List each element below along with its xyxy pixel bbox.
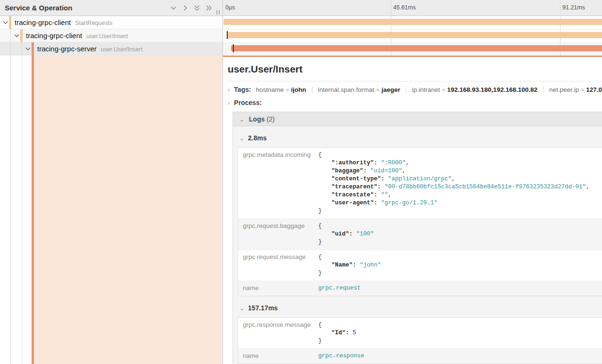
tags-accordion[interactable]: ›Tags:hostname=ijohninternal.span.format… <box>228 85 602 94</box>
tag-separator <box>543 86 544 93</box>
chevron-down-icon[interactable] <box>14 34 19 38</box>
operation-name: user.User/Insert <box>86 33 128 40</box>
tag-equals: = <box>374 87 381 93</box>
expand-one-icon[interactable] <box>182 5 189 11</box>
log-field-key: grpc.request.message <box>238 253 318 277</box>
service-name: tracing-grpc-serveruser.User/Insert <box>37 42 142 56</box>
log-field-row: grpc.response.message{"Id": 5} <box>238 318 602 348</box>
timeline-tick-label: 45.61ms <box>393 4 416 11</box>
panel-resize-grip[interactable] <box>216 10 220 15</box>
log-field-key: grpc.request.baggage <box>238 222 318 246</box>
log-field-value: {":authority": ":8000","baggage": "uid=1… <box>318 151 590 215</box>
log-field-value: {"uid": "100"} <box>318 222 374 246</box>
service-name-text: tracing-grpc-client <box>26 32 82 40</box>
tag-value: 192.168.93.180,192.168.100.82 <box>447 86 537 93</box>
span-detail-panel: user.User/Insert ›Tags:hostname=ijohnint… <box>223 57 602 364</box>
span-bar[interactable] <box>227 32 602 38</box>
tag-separator <box>312 86 313 93</box>
process-label: Process: <box>234 99 262 106</box>
log-field-value: {"Id": 5} <box>318 321 356 345</box>
logs-label: Logs <box>249 115 264 123</box>
tag-key: ip.intranet <box>412 86 440 93</box>
operation-name: user.User/Insert <box>101 46 142 53</box>
span-bar[interactable] <box>231 45 602 51</box>
log-field-row: grpc.request.baggage{"uid": "100"} <box>238 218 602 250</box>
tag-key: internal.span.format <box>318 86 374 93</box>
title-divider <box>228 81 602 81</box>
log-field-value: grpc.response <box>318 352 364 360</box>
service-operation-header: Service & Operation <box>0 0 223 16</box>
log-entry-header[interactable]: ⌄2.8ms <box>239 134 602 142</box>
log-field-row: grpc.metadata.incoming{":authority": ":8… <box>238 148 602 218</box>
log-entry-header[interactable]: ⌄157.17ms <box>239 304 602 312</box>
chevron-right-icon: › <box>228 86 230 93</box>
timeline-tick-label: 0μs <box>225 4 235 11</box>
tag-key: net.peer.ip <box>549 86 579 93</box>
tag-key: hostname <box>256 86 284 93</box>
service-name-text: tracing-grpc-server <box>37 45 97 53</box>
chevron-down-icon[interactable] <box>3 21 8 24</box>
chevron-down-icon[interactable] <box>25 47 31 51</box>
log-field-value: {"Name": "john"} <box>318 253 381 277</box>
tag-value: ijohn <box>291 86 306 93</box>
indent-guide <box>10 29 11 364</box>
jaeger-trace-timeline-view: Service & Operation tracing-grpc-clientS… <box>0 0 602 364</box>
service-name: tracing-grpc-clientuser.User/Insert <box>26 29 128 43</box>
span-color-accent <box>20 29 23 42</box>
logs-accordion-header[interactable]: ⌄Logs(2) <box>233 112 602 126</box>
tags-list: hostname=ijohninternal.span.format=jaege… <box>256 85 602 93</box>
log-field-row: namegrpc.request <box>238 281 602 296</box>
chevron-down-icon: ⌄ <box>239 116 244 123</box>
span-color-accent <box>9 16 11 29</box>
span-row-tracing-grpc-client-insert[interactable]: tracing-grpc-clientuser.User/Insert <box>0 29 223 42</box>
log-field-row: grpc.request.message{"Name": "john"} <box>238 250 602 281</box>
service-name: tracing-grpc-clientStartRequests <box>15 16 112 30</box>
logs-content: ⌄2.8msgrpc.metadata.incoming{":authority… <box>233 126 602 364</box>
selected-span-row-highlight <box>34 56 223 364</box>
log-field-key: grpc.metadata.incoming <box>238 151 318 215</box>
logs-count: (2) <box>267 115 275 123</box>
log-field-row: namegrpc.response <box>238 348 602 364</box>
log-timestamp: 157.17ms <box>248 304 278 312</box>
log-field-key: grpc.response.message <box>238 321 318 345</box>
indent-guide <box>22 42 22 364</box>
process-accordion[interactable]: ›Process: <box>228 98 267 107</box>
log-fields-table: grpc.response.message{"Id": 5}namegrpc.r… <box>238 317 602 364</box>
tag-value: jaeger <box>381 86 400 93</box>
log-field-key: name <box>238 284 318 292</box>
chevron-down-icon: ⌄ <box>239 305 244 312</box>
tag-equals: = <box>579 87 586 93</box>
collapse-all-icon[interactable] <box>194 5 200 11</box>
span-bar[interactable] <box>223 19 602 25</box>
logs-section: ⌄Logs(2) ⌄2.8msgrpc.metadata.incoming{":… <box>232 112 602 364</box>
tags-label: Tags: <box>234 86 251 93</box>
tag-equals: = <box>284 87 291 93</box>
service-name-text: tracing-grpc-client <box>15 18 71 26</box>
expand-all-icon[interactable] <box>206 5 212 11</box>
log-timestamp: 2.8ms <box>248 134 267 142</box>
tag-equals: = <box>440 87 447 93</box>
log-field-key: name <box>238 352 318 360</box>
collapse-one-icon[interactable] <box>170 5 177 11</box>
log-fields-table: grpc.metadata.incoming{":authority": ":8… <box>238 147 602 296</box>
operation-name: StartRequests <box>75 20 112 26</box>
service-operation-title: Service & Operation <box>5 0 72 16</box>
timeline-tick-label: 91.21ms <box>562 4 585 11</box>
log-field-value: grpc.request <box>318 284 361 292</box>
chevron-right-icon: › <box>228 99 230 106</box>
log-marker <box>227 31 228 39</box>
span-detail-title: user.User/Insert <box>228 64 303 75</box>
chevron-down-icon: ⌄ <box>239 135 244 142</box>
span-row-tracing-grpc-client-startrequests[interactable]: tracing-grpc-clientStartRequests <box>0 16 223 29</box>
tag-value: 127.0 <box>586 86 602 93</box>
log-marker <box>233 44 234 52</box>
tag-separator <box>406 86 406 93</box>
